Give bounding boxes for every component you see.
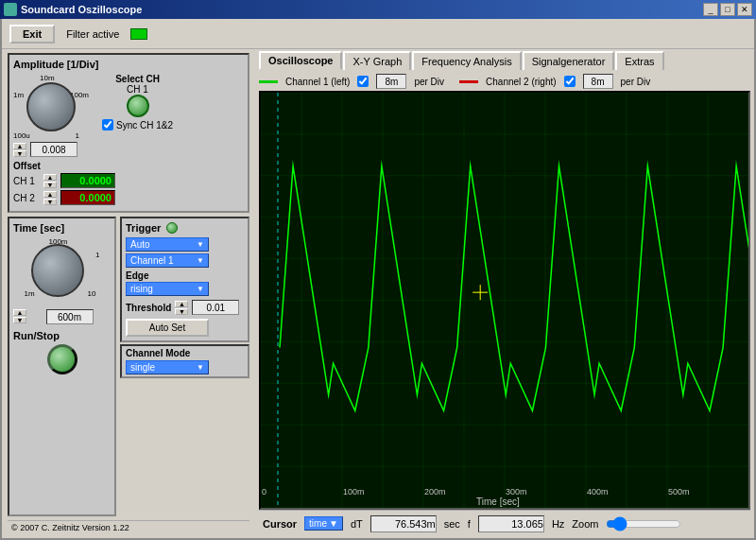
ch1-offset-label: CH 1 (13, 176, 40, 186)
time-1: 1 (95, 251, 99, 259)
amplitude-value-input[interactable] (30, 142, 77, 157)
channel-controls: Channel 1 (left) per Div Channel 2 (righ… (259, 72, 750, 91)
trigger-section: Trigger Auto ▼ Channel 1 ▼ Edge (120, 217, 249, 342)
time-10: 10 (88, 289, 96, 298)
ch2-color-line (459, 80, 478, 83)
f-label: f (468, 518, 471, 530)
tab-frequency[interactable]: Frequency Analysis (412, 51, 521, 70)
ch2-offset-up[interactable]: ▲ (43, 191, 57, 198)
offset-area: Offset CH 1 ▲ ▼ CH 2 ▲ ▼ (13, 161, 244, 205)
amplitude-knob-wrapper: 10m 1m 100m 100u 1 (13, 74, 89, 140)
oscilloscope-canvas (261, 93, 748, 508)
cursor-mode-label: time (309, 518, 327, 529)
edge-dropdown[interactable]: rising ▼ (126, 282, 209, 296)
time-down-arrow[interactable]: ▼ (13, 317, 26, 323)
ch2-offset-arrows: ▲ ▼ (43, 191, 57, 205)
trigger-channelmode-col: Trigger Auto ▼ Channel 1 ▼ Edge (120, 217, 249, 516)
time-up-arrow[interactable]: ▲ (13, 309, 26, 316)
ch1-offset-down[interactable]: ▼ (43, 182, 57, 188)
ch1-label: CH 1 (127, 84, 148, 95)
ch1-offset-arrows: ▲ ▼ (43, 174, 57, 188)
f-unit: Hz (552, 518, 564, 530)
title-bar: Soundcard Oszilloscope _ □ ✕ (0, 0, 756, 19)
time-title: Time [sec] (13, 222, 111, 234)
tab-xy-graph[interactable]: X-Y Graph (343, 51, 411, 70)
threshold-up[interactable]: ▲ (175, 301, 188, 307)
runstop-button[interactable] (47, 344, 77, 375)
ch1-per-div-label: per Div (414, 77, 444, 87)
channel-mode-title: Channel Mode (126, 348, 244, 358)
ch1-offset-input[interactable] (60, 173, 115, 188)
amp-down-arrow[interactable]: ▼ (13, 150, 26, 157)
trigger-channel-label: Channel 1 (130, 255, 174, 266)
edge-arrow: ▼ (197, 285, 204, 293)
amplitude-title: Amplitude [1/Div] (13, 59, 244, 70)
close-button[interactable]: ✕ (737, 3, 752, 16)
threshold-row: Threshold ▲ ▼ (126, 300, 244, 315)
threshold-down[interactable]: ▼ (175, 308, 188, 315)
amp-label-1: 1 (76, 131, 79, 140)
ch2-per-div-input[interactable] (583, 74, 613, 89)
app-title: Soundcard Oszilloscope (21, 4, 142, 15)
copyright: © 2007 C. Zeitnitz Version 1.22 (8, 520, 249, 534)
trigger-channel-dropdown[interactable]: Channel 1 ▼ (126, 253, 209, 268)
ch1-color-line (259, 80, 278, 83)
exit-button[interactable]: Exit (9, 25, 55, 44)
cursor-bar: Cursor time ▼ dT sec f Hz Zoom (259, 510, 750, 536)
maximize-button[interactable]: □ (720, 3, 735, 16)
threshold-input[interactable] (192, 300, 239, 315)
oscilloscope-display[interactable] (259, 91, 750, 510)
trigger-header: Trigger (126, 222, 244, 234)
channel-mode-arrow: ▼ (197, 363, 204, 372)
amp-label-10m: 10m (40, 74, 55, 82)
filter-indicator (130, 28, 147, 40)
minimize-button[interactable]: _ (703, 3, 718, 16)
time-value-input[interactable] (46, 309, 94, 324)
auto-set-button[interactable]: Auto Set (126, 319, 209, 337)
sync-checkbox-row: Sync CH 1&2 (102, 119, 173, 131)
amplitude-section: Amplitude [1/Div] 10m 1m 100m 100u 1 Sel… (8, 53, 249, 213)
time-knob[interactable] (31, 244, 84, 297)
runstop-label: Run/Stop (13, 330, 111, 341)
amp-label-1m: 1m (13, 91, 24, 99)
tab-signal[interactable]: Signalgenerator (523, 51, 615, 70)
dt-value-input[interactable] (370, 515, 437, 532)
channel-mode-value: single (130, 362, 155, 373)
channel-mode-dropdown[interactable]: single ▼ (126, 360, 209, 375)
dt-unit: sec (444, 518, 460, 530)
edge-value: rising (130, 284, 153, 294)
ch2-offset-input[interactable] (60, 190, 115, 205)
ch2-checkbox[interactable] (564, 76, 576, 87)
ch1-offset-row: CH 1 ▲ ▼ (13, 173, 244, 188)
threshold-label: Threshold (126, 303, 171, 313)
trigger-mode-dropdown[interactable]: Auto ▼ (126, 237, 209, 252)
content-area: Amplitude [1/Div] 10m 1m 100m 100u 1 Sel… (2, 49, 754, 538)
dt-label: dT (351, 518, 363, 530)
ch1-offset-up[interactable]: ▲ (43, 174, 57, 181)
amplitude-knob[interactable] (26, 82, 76, 131)
cursor-mode-dropdown[interactable]: time ▼ (304, 516, 343, 531)
trigger-indicator (166, 222, 178, 234)
time-1m: 1m (25, 289, 35, 298)
offset-title: Offset (13, 161, 244, 171)
f-value-input[interactable] (478, 515, 544, 532)
ch1-per-div-input[interactable] (376, 74, 406, 89)
window-controls: _ □ ✕ (703, 3, 752, 16)
toolbar: Exit Filter active (2, 19, 754, 49)
ch2-offset-down[interactable]: ▼ (43, 199, 57, 205)
app-icon (4, 3, 17, 16)
edge-label: Edge (126, 270, 244, 281)
zoom-slider[interactable] (606, 517, 681, 531)
select-ch-label: Select CH (115, 74, 160, 84)
sync-checkbox[interactable] (102, 119, 113, 131)
amp-up-arrow[interactable]: ▲ (13, 143, 26, 149)
zoom-label: Zoom (572, 518, 598, 530)
ch1-checkbox[interactable] (357, 76, 369, 87)
sync-label: Sync CH 1&2 (116, 120, 173, 131)
tab-extras[interactable]: Extras (615, 51, 663, 70)
tab-oscilloscope[interactable]: Oscilloscope (259, 51, 342, 70)
trigger-mode-label: Auto (130, 239, 150, 250)
ch1-indicator[interactable] (127, 95, 149, 117)
filter-label: Filter active (66, 28, 119, 40)
channel-mode-section: Channel Mode single ▼ (120, 344, 249, 378)
